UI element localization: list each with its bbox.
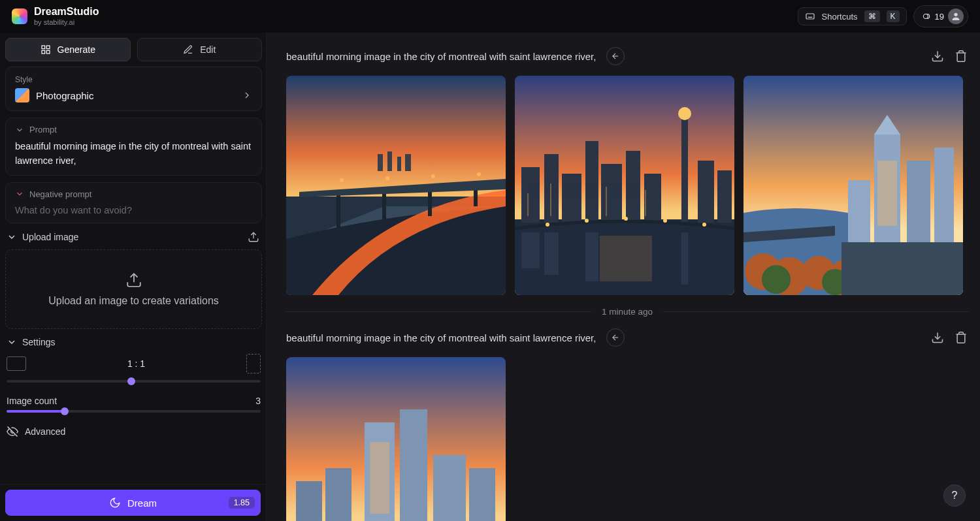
svg-rect-34 bbox=[717, 170, 732, 223]
svg-point-43 bbox=[702, 223, 706, 227]
svg-rect-28 bbox=[601, 164, 622, 223]
chevron-down-icon bbox=[15, 189, 24, 198]
delete-button[interactable] bbox=[954, 49, 968, 63]
edit-icon bbox=[183, 44, 193, 55]
style-heading: Style bbox=[15, 75, 252, 84]
svg-rect-68 bbox=[433, 455, 466, 521]
download-button[interactable] bbox=[930, 49, 945, 63]
reuse-prompt-button[interactable] bbox=[606, 328, 625, 347]
svg-point-39 bbox=[546, 223, 549, 227]
svg-rect-66 bbox=[370, 442, 389, 514]
image-count-label: Image count bbox=[7, 396, 57, 406]
svg-point-16 bbox=[431, 174, 435, 178]
keyboard-icon bbox=[805, 11, 815, 22]
generated-image[interactable] bbox=[286, 76, 506, 295]
style-swatch-icon bbox=[15, 88, 29, 103]
upload-icon[interactable] bbox=[246, 230, 261, 244]
kbd-k: K bbox=[887, 10, 900, 22]
svg-rect-6 bbox=[46, 50, 50, 54]
svg-point-32 bbox=[678, 107, 691, 120]
grid-icon bbox=[41, 44, 51, 55]
svg-rect-26 bbox=[562, 174, 581, 223]
chevron-down-icon[interactable] bbox=[7, 232, 17, 242]
svg-point-60 bbox=[762, 265, 791, 294]
sidebar: Generate Edit Style Photographic bbox=[0, 33, 267, 521]
download-button[interactable] bbox=[930, 330, 945, 345]
svg-point-17 bbox=[477, 172, 481, 176]
brand-byline: by stability.ai bbox=[34, 18, 99, 27]
results-panel: beautiful morning image in the city of m… bbox=[267, 33, 980, 521]
result-prompt: beautiful morning image in the city of m… bbox=[286, 332, 596, 343]
svg-rect-47 bbox=[681, 232, 688, 285]
upload-arrow-icon bbox=[125, 272, 142, 289]
credits-pill[interactable]: 19 bbox=[913, 5, 968, 27]
ratio-wide-icon[interactable] bbox=[7, 356, 26, 371]
svg-rect-31 bbox=[681, 112, 688, 223]
timestamp: 1 minute ago bbox=[602, 307, 653, 317]
style-selector[interactable]: Style Photographic bbox=[5, 67, 262, 111]
svg-rect-53 bbox=[934, 148, 954, 245]
tab-generate[interactable]: Generate bbox=[5, 38, 131, 61]
chevron-down-icon[interactable] bbox=[7, 337, 17, 347]
settings-heading: Settings bbox=[22, 337, 56, 347]
result-prompt: beautiful morning image in the city of m… bbox=[286, 51, 596, 62]
svg-point-15 bbox=[385, 176, 389, 180]
prompt-label: Prompt bbox=[29, 125, 57, 134]
credits-icon bbox=[922, 12, 931, 21]
brand-name: DreamStudio bbox=[34, 6, 99, 18]
delete-button[interactable] bbox=[954, 330, 968, 345]
image-count-slider[interactable] bbox=[7, 410, 261, 413]
negative-prompt-input[interactable] bbox=[15, 205, 252, 215]
negative-prompt-label: Negative prompt bbox=[29, 189, 91, 199]
svg-rect-44 bbox=[521, 232, 540, 268]
svg-point-2 bbox=[954, 13, 957, 16]
avatar[interactable] bbox=[948, 8, 964, 24]
generated-image[interactable] bbox=[515, 76, 734, 295]
svg-rect-3 bbox=[42, 46, 45, 49]
credits-value: 19 bbox=[935, 12, 944, 22]
prompt-text[interactable]: beautiful morning image in the city of m… bbox=[15, 140, 252, 168]
reuse-prompt-button[interactable] bbox=[606, 47, 625, 65]
svg-rect-33 bbox=[698, 161, 714, 223]
ratio-tall-icon[interactable] bbox=[246, 354, 261, 373]
svg-rect-65 bbox=[400, 409, 427, 521]
tab-generate-label: Generate bbox=[57, 44, 95, 55]
generated-image[interactable] bbox=[286, 357, 506, 521]
svg-rect-0 bbox=[806, 14, 814, 19]
app-logo bbox=[12, 8, 27, 24]
svg-rect-24 bbox=[521, 167, 540, 223]
svg-rect-19 bbox=[387, 151, 392, 171]
svg-rect-18 bbox=[378, 154, 383, 171]
help-button[interactable]: ? bbox=[943, 484, 966, 507]
svg-rect-52 bbox=[907, 161, 930, 245]
kbd-cmd: ⌘ bbox=[864, 10, 880, 22]
dream-button[interactable]: Dream 1.85 bbox=[5, 490, 261, 516]
aspect-ratio-value: 1 : 1 bbox=[35, 358, 237, 369]
chevron-down-icon bbox=[15, 125, 24, 134]
svg-rect-4 bbox=[46, 46, 50, 49]
svg-point-42 bbox=[663, 219, 667, 223]
upload-heading: Upload image bbox=[22, 232, 78, 242]
dream-label: Dream bbox=[127, 497, 157, 509]
aspect-ratio-slider[interactable] bbox=[7, 380, 261, 383]
upload-zone-text: Upload an image to create variations bbox=[48, 295, 219, 307]
svg-rect-46 bbox=[585, 232, 598, 281]
tab-edit[interactable]: Edit bbox=[137, 38, 263, 61]
svg-point-41 bbox=[624, 217, 628, 221]
svg-rect-69 bbox=[469, 468, 495, 521]
shortcuts-button[interactable]: Shortcuts ⌘ K bbox=[798, 7, 907, 25]
svg-rect-20 bbox=[397, 157, 401, 171]
prompt-box[interactable]: Prompt beautiful morning image in the ci… bbox=[5, 118, 262, 176]
negative-prompt-box[interactable]: Negative prompt bbox=[5, 182, 262, 223]
svg-rect-21 bbox=[405, 154, 411, 171]
upload-zone[interactable]: Upload an image to create variations bbox=[5, 249, 262, 329]
svg-rect-55 bbox=[877, 161, 897, 226]
svg-point-1 bbox=[923, 14, 928, 19]
advanced-toggle[interactable]: Advanced bbox=[7, 426, 261, 437]
svg-rect-27 bbox=[585, 141, 598, 223]
generated-image[interactable] bbox=[743, 76, 963, 295]
svg-rect-30 bbox=[644, 174, 661, 223]
svg-rect-67 bbox=[325, 468, 351, 521]
style-value: Photographic bbox=[36, 90, 235, 101]
chevron-right-icon bbox=[242, 90, 252, 101]
